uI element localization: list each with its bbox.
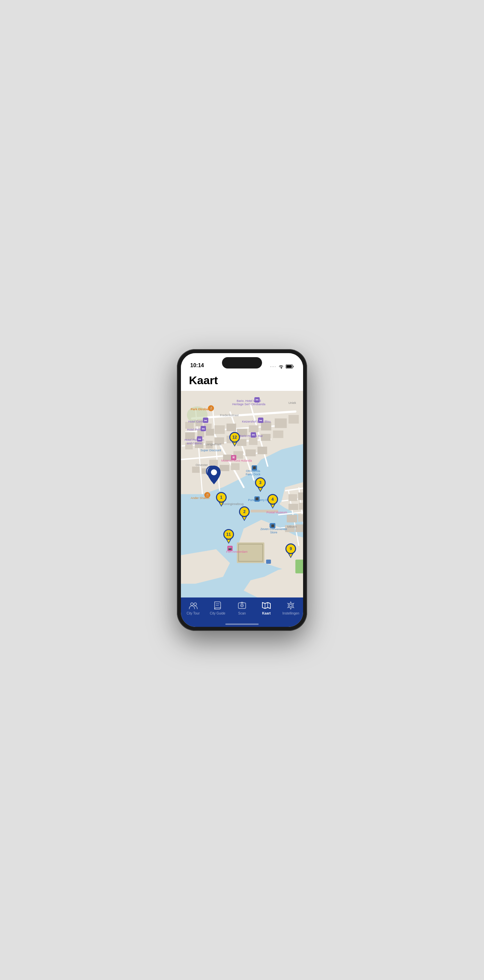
tab-kaart[interactable]: Kaart — [256, 601, 276, 615]
tab-city-guide-icon — [213, 601, 222, 610]
svg-rect-66 — [295, 560, 303, 573]
svg-rect-46 — [249, 437, 258, 445]
svg-rect-65 — [295, 524, 303, 532]
status-icons: ···· — [270, 364, 294, 369]
tab-scan[interactable]: Scan — [232, 601, 252, 615]
page-title: Kaart — [189, 374, 295, 387]
poi-ander-shakes: 🍴 — [204, 492, 210, 498]
svg-marker-78 — [263, 603, 271, 608]
battery-icon — [286, 364, 294, 369]
svg-rect-68 — [266, 560, 271, 564]
svg-rect-34 — [195, 442, 204, 448]
tab-scan-label: Scan — [238, 611, 246, 615]
phone-frame: 10:14 ···· Kaart — [177, 349, 307, 631]
map-background — [181, 391, 303, 598]
icon-punda-ferry: ⬛ — [254, 496, 260, 502]
hotel-icon-conlos: 🛏 — [203, 418, 208, 423]
svg-rect-59 — [298, 492, 303, 500]
pin-2-tail — [242, 516, 247, 521]
pin-12[interactable]: 12 — [229, 432, 240, 447]
svg-rect-62 — [287, 515, 297, 522]
svg-rect-28 — [196, 420, 202, 426]
pin-12-circle: 12 — [229, 432, 240, 442]
tab-city-guide[interactable]: City Guide — [208, 601, 228, 615]
svg-rect-56 — [192, 467, 200, 473]
tab-instellingen[interactable]: Instellingen — [281, 601, 301, 615]
svg-point-76 — [241, 605, 242, 606]
svg-rect-30 — [185, 432, 195, 440]
pin-13-selected-body — [207, 465, 221, 486]
tab-instellingen-label: Instellingen — [282, 611, 299, 615]
svg-point-69 — [211, 469, 217, 475]
pin-2-circle: 2 — [239, 506, 250, 517]
svg-rect-61 — [299, 503, 303, 510]
hotel-icon-keizershof: 🛏 — [258, 418, 263, 423]
tab-kaart-label: Kaart — [262, 611, 271, 615]
pin-4[interactable]: 4 — [267, 494, 278, 509]
icon-otrobanda-ferry: ⬛ — [252, 465, 257, 471]
svg-rect-44 — [288, 415, 299, 423]
tab-instellingen-icon — [286, 601, 295, 610]
dynamic-island — [222, 357, 262, 369]
hotel-icon-pelikan: 🛏 — [201, 426, 206, 431]
wifi-icon — [279, 364, 284, 369]
svg-rect-17 — [251, 510, 279, 512]
icon-fort-amsterdam: 📷 — [227, 546, 232, 551]
phone-screen: 10:14 ···· Kaart — [181, 353, 303, 627]
svg-rect-60 — [288, 504, 298, 510]
pin-1[interactable]: 1 — [216, 492, 227, 507]
pin-11-tail — [226, 539, 231, 544]
icon-museum-kura: 🏛 — [231, 455, 236, 460]
svg-rect-64 — [285, 525, 295, 532]
svg-rect-58 — [288, 494, 297, 501]
svg-rect-1 — [287, 365, 292, 368]
pin-2[interactable]: 2 — [239, 506, 250, 521]
signal-dots-icon: ···· — [270, 365, 276, 369]
svg-rect-32 — [206, 429, 214, 436]
pin-11[interactable]: 11 — [223, 529, 234, 544]
tab-city-guide-label: City Guide — [210, 611, 225, 615]
home-indicator — [225, 624, 259, 625]
svg-rect-47 — [261, 434, 271, 441]
hotel-icon-bario-world: 🛏 — [254, 397, 260, 402]
map-area[interactable]: Park Otrobanda Frederikstraat Hotel Conl… — [181, 391, 303, 598]
pin-3[interactable]: 3 — [255, 477, 266, 492]
icon-zeven-store: ⬛ — [270, 523, 275, 528]
pin-4-tail — [270, 504, 275, 509]
tab-city-tour-icon — [189, 601, 198, 610]
svg-rect-37 — [227, 423, 236, 431]
pin-1-circle: 1 — [216, 492, 227, 503]
svg-point-71 — [194, 603, 197, 606]
pin-9[interactable]: 9 — [285, 543, 296, 558]
tab-scan-icon — [237, 601, 247, 610]
poi-park-otrobanda: 🍴 — [208, 405, 214, 411]
tab-kaart-icon — [262, 601, 271, 610]
pin-11-circle: 11 — [223, 529, 234, 540]
svg-rect-63 — [298, 514, 303, 522]
svg-rect-24 — [237, 542, 265, 563]
svg-rect-35 — [206, 441, 213, 449]
svg-rect-38 — [214, 437, 224, 444]
tab-city-tour-label: City Tour — [186, 611, 200, 615]
tab-bar: City Tour City Guide — [181, 598, 303, 627]
pin-9-tail — [288, 554, 293, 558]
svg-rect-33 — [185, 442, 193, 450]
pin-3-tail — [258, 487, 263, 492]
page-title-bar: Kaart — [181, 371, 303, 391]
pin-1-tail — [219, 502, 224, 507]
svg-rect-41 — [249, 425, 259, 432]
svg-rect-48 — [273, 431, 283, 438]
svg-rect-49 — [223, 455, 232, 461]
svg-point-70 — [191, 603, 193, 606]
pin-12-tail — [232, 442, 237, 447]
hotel-icon-bario: 🛏 — [251, 432, 256, 438]
svg-rect-36 — [214, 425, 224, 434]
svg-rect-43 — [275, 418, 287, 428]
svg-rect-55 — [231, 463, 240, 470]
status-time: 10:14 — [190, 363, 204, 369]
svg-rect-52 — [257, 447, 267, 454]
svg-rect-27 — [185, 422, 194, 429]
tab-city-tour[interactable]: City Tour — [183, 601, 203, 615]
pin-4-circle: 4 — [267, 494, 278, 505]
pin-9-circle: 9 — [285, 543, 296, 554]
